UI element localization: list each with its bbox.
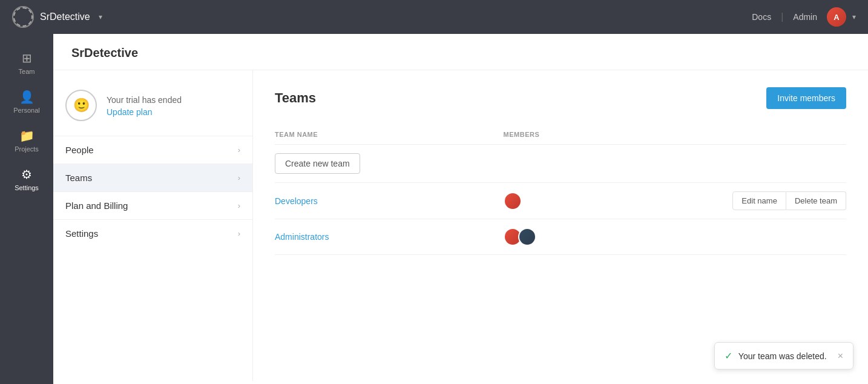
administrators-link[interactable]: Administrators xyxy=(275,232,329,242)
docs-link[interactable]: Docs xyxy=(752,12,771,22)
team-icon: ⊞ xyxy=(22,51,32,65)
developers-actions-cell: Edit name Delete team xyxy=(675,183,846,219)
topnav-right: Docs | Admin A ▾ xyxy=(752,7,856,27)
app-chevron-icon[interactable]: ▾ xyxy=(99,13,102,21)
toast-close-button[interactable]: × xyxy=(838,351,843,362)
member-avatar-2 xyxy=(518,228,536,246)
edit-name-button[interactable]: Edit name xyxy=(732,191,786,210)
teams-header: Teams Invite members xyxy=(275,87,846,109)
people-label: People xyxy=(65,145,94,155)
left-sidebar: ⊞ Team 👤 Personal 📁 Projects ⚙ Settings xyxy=(0,34,53,384)
app-name: SrDetective xyxy=(40,12,90,22)
trial-ended-message: Your trial has ended xyxy=(107,94,182,107)
member-avatar xyxy=(504,192,522,210)
trial-banner: 🙂 Your trial has ended Update plan xyxy=(53,80,252,136)
settings-sidebar: 🙂 Your trial has ended Update plan Peopl… xyxy=(53,70,253,381)
settings-nav-settings[interactable]: Settings › xyxy=(53,219,252,247)
settings-nav-plan-billing[interactable]: Plan and Billing › xyxy=(53,191,252,219)
projects-icon: 📁 xyxy=(19,128,35,143)
developers-name-cell: Developers xyxy=(275,183,504,219)
user-avatar: A xyxy=(827,7,846,27)
toast-success-icon: ✓ xyxy=(725,350,732,362)
settings-nav-people[interactable]: People › xyxy=(53,136,252,164)
invite-members-button[interactable]: Invite members xyxy=(766,87,846,109)
sidebar-item-personal-label: Personal xyxy=(13,107,39,114)
teams-title: Teams xyxy=(275,90,316,106)
developers-members-cell xyxy=(504,183,675,219)
settings-label: Settings xyxy=(65,228,98,239)
page-title: SrDetective xyxy=(71,46,850,60)
content-area: SrDetective 🙂 Your trial has ended Updat… xyxy=(53,34,868,384)
teams-label: Teams xyxy=(65,173,92,183)
settings-icon: ⚙ xyxy=(21,167,32,182)
nav-divider: | xyxy=(781,12,783,22)
developers-row-actions: Edit name Delete team xyxy=(675,191,846,210)
content-inner: 🙂 Your trial has ended Update plan Peopl… xyxy=(53,70,868,381)
smiley-avatar: 🙂 xyxy=(65,90,97,121)
col-actions xyxy=(675,126,846,145)
table-row: Developers Edit name Delete team xyxy=(275,183,846,219)
page-header: SrDetective xyxy=(53,34,868,70)
developers-link[interactable]: Developers xyxy=(275,196,318,206)
user-menu[interactable]: A ▾ xyxy=(827,7,856,27)
update-plan-link[interactable]: Update plan xyxy=(107,107,153,117)
create-team-cell: Create new team xyxy=(275,145,846,183)
col-members: MEMBERS xyxy=(504,126,675,145)
people-chevron-icon: › xyxy=(238,145,240,154)
administrators-name-cell: Administrators xyxy=(275,219,504,255)
delete-team-button[interactable]: Delete team xyxy=(786,191,846,210)
sidebar-item-settings-label: Settings xyxy=(15,184,39,191)
sidebar-item-projects[interactable]: 📁 Projects xyxy=(2,124,51,157)
teams-content: Teams Invite members TEAM NAME MEMBERS xyxy=(253,70,868,381)
teams-table: TEAM NAME MEMBERS Create new team xyxy=(275,126,846,255)
sidebar-item-personal[interactable]: 👤 Personal xyxy=(2,85,51,119)
administrators-actions-cell xyxy=(675,219,846,255)
col-team-name: TEAM NAME xyxy=(275,126,504,145)
top-navigation: SrDetective ▾ Docs | Admin A ▾ xyxy=(0,0,868,34)
topnav-left: SrDetective ▾ xyxy=(12,6,102,28)
create-team-row: Create new team xyxy=(275,145,846,183)
toast-message: Your team was deleted. xyxy=(738,351,827,361)
sidebar-item-team-label: Team xyxy=(19,68,35,75)
administrators-avatars xyxy=(504,228,675,246)
user-chevron-icon: ▾ xyxy=(852,13,856,21)
sidebar-item-team[interactable]: ⊞ Team xyxy=(2,46,51,80)
admin-link[interactable]: Admin xyxy=(793,12,817,22)
teams-chevron-icon: › xyxy=(238,173,240,182)
table-row: Administrators xyxy=(275,219,846,255)
sidebar-item-settings[interactable]: ⚙ Settings xyxy=(2,162,51,196)
plan-billing-chevron-icon: › xyxy=(238,201,240,210)
administrators-members-cell xyxy=(504,219,675,255)
personal-icon: 👤 xyxy=(19,90,35,104)
toast-notification: ✓ Your team was deleted. × xyxy=(714,342,853,369)
developers-avatars xyxy=(504,192,675,210)
sidebar-item-projects-label: Projects xyxy=(15,145,39,153)
app-logo xyxy=(12,6,34,28)
settings-chevron-icon: › xyxy=(238,229,240,238)
settings-nav-teams[interactable]: Teams › xyxy=(53,164,252,191)
trial-text-block: Your trial has ended Update plan xyxy=(107,94,182,118)
plan-billing-label: Plan and Billing xyxy=(65,200,128,211)
main-layout: ⊞ Team 👤 Personal 📁 Projects ⚙ Settings … xyxy=(0,34,868,384)
create-new-team-button[interactable]: Create new team xyxy=(275,153,360,174)
